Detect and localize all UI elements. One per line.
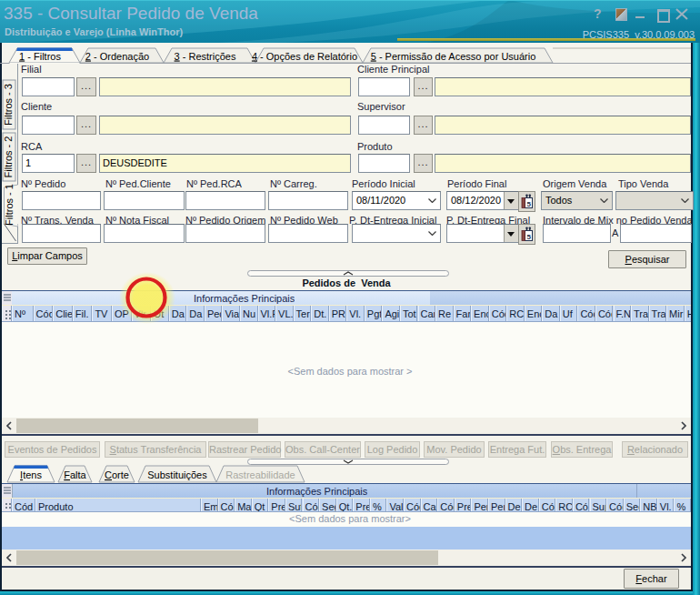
svg-text:5 - Permissão de Acesso por Us: 5 - Permissão de Acesso por Usuário xyxy=(371,51,536,62)
svg-text:2 - Ordenação: 2 - Ordenação xyxy=(85,51,149,62)
svg-text:Falta: Falta xyxy=(64,469,86,480)
svg-text:Filtros - 3: Filtros - 3 xyxy=(3,84,14,126)
svg-text:Rastreabilidade: Rastreabilidade xyxy=(225,469,295,480)
svg-text:4 - Opções de Relatório: 4 - Opções de Relatório xyxy=(252,51,357,62)
svg-text:Corte: Corte xyxy=(105,469,129,480)
svg-text:1 - Filtros: 1 - Filtros xyxy=(19,51,61,62)
svg-text:Itens: Itens xyxy=(20,469,42,480)
svg-text:5: 5 xyxy=(527,233,532,241)
svg-text:Filtros - 2: Filtros - 2 xyxy=(3,136,14,178)
svg-text:Substituições: Substituições xyxy=(147,469,207,480)
svg-text:5: 5 xyxy=(527,200,532,208)
svg-text:Filtros - 1: Filtros - 1 xyxy=(4,184,15,226)
svg-text:3 - Restrições: 3 - Restrições xyxy=(175,51,236,62)
